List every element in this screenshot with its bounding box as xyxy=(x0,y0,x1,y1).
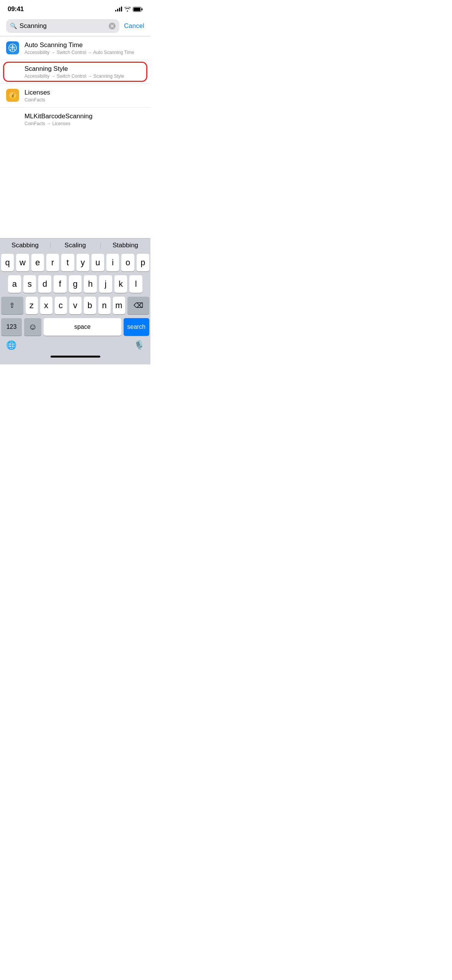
status-bar: 09:41 xyxy=(0,0,150,16)
predictive-word-3[interactable]: Stabbing xyxy=(100,242,150,249)
key-l[interactable]: l xyxy=(129,275,142,293)
key-b[interactable]: b xyxy=(84,297,96,314)
key-r[interactable]: r xyxy=(46,254,59,271)
no-icon-placeholder xyxy=(6,65,19,78)
keyboard: q w e r t y u i o p a s d f g h j k l ⇧ … xyxy=(0,252,150,340)
results-list: Auto Scanning Time Accessibility → Switc… xyxy=(0,36,150,131)
search-input-wrap[interactable]: 🔍 xyxy=(6,19,119,33)
key-backspace[interactable]: ⌫ xyxy=(127,297,150,314)
result-text: Auto Scanning Time Accessibility → Switc… xyxy=(24,41,144,55)
result-subtitle: Accessibility → Switch Control → Auto Sc… xyxy=(24,50,144,55)
key-y[interactable]: y xyxy=(77,254,89,271)
key-q[interactable]: q xyxy=(1,254,14,271)
predictive-bar: Scabbing Scaling Stabbing xyxy=(0,238,150,252)
key-emoji[interactable]: ☺ xyxy=(24,318,41,336)
key-row-1: q w e r t y u i o p xyxy=(1,254,149,271)
key-search[interactable]: search xyxy=(124,318,150,336)
bottom-bar-keys: 🌐 🎙️ xyxy=(0,340,150,353)
svg-text:💰: 💰 xyxy=(10,92,16,99)
wifi-icon xyxy=(124,7,131,11)
key-f[interactable]: f xyxy=(54,275,67,293)
key-row-4: 123 ☺ space search xyxy=(1,318,149,336)
result-title: Auto Scanning Time xyxy=(24,41,144,49)
result-auto-scanning-time[interactable]: Auto Scanning Time Accessibility → Switc… xyxy=(0,36,150,60)
battery-icon xyxy=(133,7,143,12)
search-icon: 🔍 xyxy=(10,23,17,29)
svg-rect-2 xyxy=(142,8,143,10)
key-e[interactable]: e xyxy=(31,254,44,271)
key-c[interactable]: c xyxy=(55,297,67,314)
key-o[interactable]: o xyxy=(121,254,134,271)
key-space[interactable]: space xyxy=(44,318,121,336)
result-title: MLKitBarcodeScanning xyxy=(24,112,144,121)
key-u[interactable]: u xyxy=(91,254,104,271)
key-v[interactable]: v xyxy=(69,297,82,314)
result-subtitle: CoinFacts → Licenses xyxy=(24,121,144,126)
empty-space xyxy=(0,131,150,238)
key-z[interactable]: z xyxy=(26,297,38,314)
key-a[interactable]: a xyxy=(8,275,21,293)
status-time: 09:41 xyxy=(8,5,24,13)
coinfacts-icon: 💰 xyxy=(6,89,19,102)
microphone-icon[interactable]: 🎙️ xyxy=(134,340,144,350)
result-text: MLKitBarcodeScanning CoinFacts → License… xyxy=(24,112,144,126)
key-row-2: a s d f g h j k l xyxy=(1,275,149,293)
result-subtitle: Accessibility → Switch Control → Scannin… xyxy=(24,74,144,79)
status-icons xyxy=(115,7,143,12)
key-m[interactable]: m xyxy=(113,297,125,314)
key-x[interactable]: x xyxy=(40,297,52,314)
result-text: Scanning Style Accessibility → Switch Co… xyxy=(24,65,144,79)
result-licenses[interactable]: 💰 Licenses CoinFacts xyxy=(0,83,150,107)
key-g[interactable]: g xyxy=(69,275,82,293)
keyboard-container: Scabbing Scaling Stabbing q w e r t y u … xyxy=(0,238,150,364)
key-p[interactable]: p xyxy=(137,254,149,271)
key-numbers[interactable]: 123 xyxy=(1,318,22,336)
key-row-3: ⇧ z x c v b n m ⌫ xyxy=(1,297,149,314)
predictive-word-1[interactable]: Scabbing xyxy=(0,242,50,249)
cancel-button[interactable]: Cancel xyxy=(124,22,144,30)
key-shift[interactable]: ⇧ xyxy=(1,297,23,314)
svg-point-4 xyxy=(12,45,13,47)
accessibility-icon xyxy=(6,41,19,54)
search-bar-row: 🔍 Cancel xyxy=(0,16,150,36)
result-subtitle: CoinFacts xyxy=(24,97,144,103)
key-s[interactable]: s xyxy=(23,275,36,293)
result-title: Licenses xyxy=(24,88,144,97)
home-indicator xyxy=(51,356,100,358)
no-icon-placeholder2 xyxy=(6,113,19,126)
key-t[interactable]: t xyxy=(61,254,74,271)
key-i[interactable]: i xyxy=(106,254,119,271)
result-title: Scanning Style xyxy=(24,65,144,73)
svg-rect-1 xyxy=(134,8,140,11)
predictive-word-2[interactable]: Scaling xyxy=(50,242,100,249)
search-input[interactable] xyxy=(20,22,106,30)
clear-button[interactable] xyxy=(109,23,116,29)
globe-icon[interactable]: 🌐 xyxy=(6,340,16,350)
key-h[interactable]: h xyxy=(84,275,97,293)
key-k[interactable]: k xyxy=(114,275,127,293)
result-mlkit[interactable]: MLKitBarcodeScanning CoinFacts → License… xyxy=(0,107,150,131)
result-text: Licenses CoinFacts xyxy=(24,88,144,103)
key-d[interactable]: d xyxy=(38,275,51,293)
key-w[interactable]: w xyxy=(16,254,29,271)
home-indicator-row xyxy=(0,353,150,363)
signal-icon xyxy=(115,7,122,11)
result-scanning-style[interactable]: Scanning Style Accessibility → Switch Co… xyxy=(0,60,150,83)
key-j[interactable]: j xyxy=(99,275,112,293)
key-n[interactable]: n xyxy=(98,297,111,314)
